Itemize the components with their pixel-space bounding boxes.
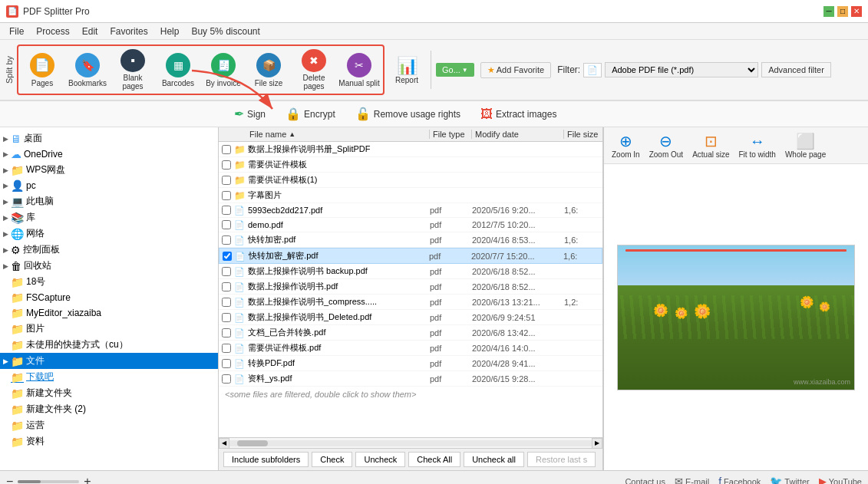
maximize-button[interactable]: □ [837,6,848,17]
file-row[interactable]: 📁 字幕图片 [219,188,602,203]
sidebar-item-desktop[interactable]: ▶ 🖥 桌面 [0,130,218,147]
sidebar-item-photos[interactable]: 📁 图片 [0,321,218,337]
report-button[interactable]: 📊 Report [388,48,426,92]
sidebar-item-myeditor[interactable]: 📁 MyEditor_xiazaiba [0,305,218,321]
file-row[interactable]: 📁 需要供证件模板 [219,157,602,173]
filter-select[interactable]: Adobe PDF file (*.pdf) [605,62,758,77]
manual-split-button[interactable]: ✂ Manual split [337,48,381,92]
sidebar-item-ops[interactable]: 📁 运营 [0,417,218,433]
file-row[interactable]: 📄 文档_已合并转换.pdf pdf 2020/6/8 13:42... [219,325,602,341]
encrypt-button[interactable]: 🔒 Encrypt [278,104,343,124]
zoom-out-button[interactable]: ⊖ Zoom Out [646,130,686,160]
go-button[interactable]: Go... ▼ [436,63,474,77]
uncheck-all-button[interactable]: Uncheck all [464,452,524,467]
file-row[interactable]: 📄 需要供证件模板.pdf pdf 2020/4/16 14:0... [219,341,602,356]
row-checkbox[interactable] [219,160,234,170]
row-checkbox[interactable] [219,282,234,291]
youtube-link[interactable]: ▶ YouTube [819,476,862,484]
row-checkbox[interactable] [219,328,234,337]
add-favorite-button[interactable]: ★ Add Favorite [480,62,551,78]
extract-images-button[interactable]: 🖼 Extract images [473,104,564,124]
row-checkbox[interactable] [219,206,234,215]
file-row[interactable]: 📁 需要供证件模板(1) [219,173,602,188]
sidebar-item-download[interactable]: 📁 下载吧 [0,369,218,385]
menu-favorites[interactable]: Favorites [104,25,153,38]
close-button[interactable]: ✕ [851,6,862,17]
file-size-button[interactable]: 📦 File size [246,48,291,92]
file-row[interactable]: 📁 数据上报操作说明书册_SplitPDF [219,142,602,157]
menu-edit[interactable]: Edit [76,25,104,38]
sidebar-item-recycle[interactable]: ▶ 🗑 回收站 [0,258,218,274]
row-checkbox[interactable] [219,176,234,185]
barcodes-button[interactable]: ▦ Barcodes [156,48,200,92]
file-row[interactable]: 📄 5993ecb2dd217.pdf pdf 2020/5/16 9:20..… [219,203,602,218]
file-row[interactable]: 📄 数据上报操作说明书 backup.pdf pdf 2020/6/18 8:5… [219,264,602,279]
twitter-link[interactable]: 🐦 Twitter [770,476,809,484]
row-checkbox[interactable] [219,344,234,353]
check-button[interactable]: Check [312,452,352,467]
check-all-button[interactable]: Check All [408,452,460,467]
horizontal-scrollbar[interactable]: ◀ ▶ [219,437,602,448]
row-checkbox[interactable] [219,298,234,307]
file-row[interactable]: 📄 数据上报操作说明书_compress..... pdf 2020/6/13 … [219,295,602,310]
uncheck-button[interactable]: Uncheck [355,452,405,467]
row-checkbox[interactable] [219,191,234,200]
sidebar-item-library[interactable]: ▶ 📚 库 [0,209,218,226]
zoom-minus-button[interactable]: − [6,476,13,485]
zoom-slider[interactable] [18,480,79,483]
file-row[interactable]: 📄 资料_ys.pdf pdf 2020/6/15 9:28... [219,371,602,387]
menu-file[interactable]: File [3,25,30,38]
minimize-button[interactable]: ─ [823,6,834,17]
whole-page-button[interactable]: ⬜ Whole page [782,130,829,160]
remove-rights-button[interactable]: 🔓 Remove usage rights [348,104,468,124]
facebook-link[interactable]: f Facebook [718,476,761,485]
zoom-in-button[interactable]: ⊕ Zoom In [609,130,643,160]
advanced-filter-button[interactable]: Advanced filter [761,62,831,77]
row-checkbox[interactable] [219,374,234,384]
row-checkbox[interactable] [219,252,235,261]
scroll-left-button[interactable]: ◀ [219,438,229,449]
menu-process[interactable]: Process [30,25,75,38]
include-subfolders-button[interactable]: Include subfolders [223,452,309,467]
row-checkbox[interactable] [219,235,234,245]
sidebar-item-network[interactable]: ▶ 🌐 网络 [0,226,218,242]
menu-help[interactable]: Help [154,25,186,38]
row-checkbox[interactable] [219,359,234,368]
by-invoice-button[interactable]: 🧾 By invoice [201,48,246,92]
sidebar-item-18[interactable]: 📁 18号 [0,274,218,290]
file-row[interactable]: 📄 数据上报操作说明书.pdf pdf 2020/6/18 8:52... [219,279,602,295]
zoom-plus-button[interactable]: + [84,476,91,485]
sidebar-item-newfolder2[interactable]: 📁 新建文件夹 (2) [0,401,218,417]
filetype-col-header[interactable]: File type [430,130,472,139]
actual-size-button[interactable]: ⊡ Actual size [689,130,732,160]
menu-discount[interactable]: Buy 5% discount [185,25,266,38]
sidebar-item-onedrive[interactable]: ▶ ☁ OneDrive [0,147,218,162]
sidebar-item-files[interactable]: ▶ 📁 文件 [0,353,218,369]
email-link[interactable]: ✉ E-mail [675,476,709,484]
row-checkbox[interactable] [219,313,234,322]
sidebar-item-wps[interactable]: ▶ 📁 WPS网盘 [0,162,218,178]
row-checkbox[interactable] [219,145,234,154]
filename-col-header[interactable]: File name ▲ [246,130,430,139]
size-col-header[interactable]: File size [564,130,602,139]
bookmarks-button[interactable]: 🔖 Bookmarks [65,48,110,92]
sidebar-item-shortcuts[interactable]: 📁 未使用的快捷方式（cu） [0,337,218,353]
fit-width-button[interactable]: ↔ Fit to width [736,131,779,160]
delete-pages-button[interactable]: ✖ Delete pages [292,48,336,92]
file-row[interactable]: 📄 demo.pdf pdf 2012/7/5 10:20... [219,218,602,232]
restore-button[interactable]: Restore last s [527,452,596,467]
sign-button[interactable]: ✒ Sign [226,104,273,124]
sidebar-item-newfolder1[interactable]: 📁 新建文件夹 [0,385,218,401]
date-col-header[interactable]: Modify date [472,130,564,139]
scroll-right-button[interactable]: ▶ [592,438,602,449]
blank-pages-button[interactable]: ▪ Blank pages [111,48,155,92]
row-checkbox[interactable] [219,220,234,229]
sidebar-item-controlpanel[interactable]: ▶ ⚙ 控制面板 [0,242,218,258]
file-row[interactable]: 📄 快转加密.pdf pdf 2020/4/16 8:53... 1,6: [219,232,602,248]
sidebar-item-fscapture[interactable]: 📁 FSCapture [0,290,218,305]
pages-button[interactable]: 📄 Pages [20,48,64,92]
file-row-selected[interactable]: 📄 快转加密_解密.pdf pdf 2020/7/7 15:20... 1,6: [219,248,602,264]
sidebar-item-thispc[interactable]: ▶ 💻 此电脑 [0,193,218,209]
sidebar-item-materials[interactable]: 📁 资料 [0,433,218,449]
file-row[interactable]: 📄 转换PDF.pdf pdf 2020/4/28 9:41... [219,356,602,371]
